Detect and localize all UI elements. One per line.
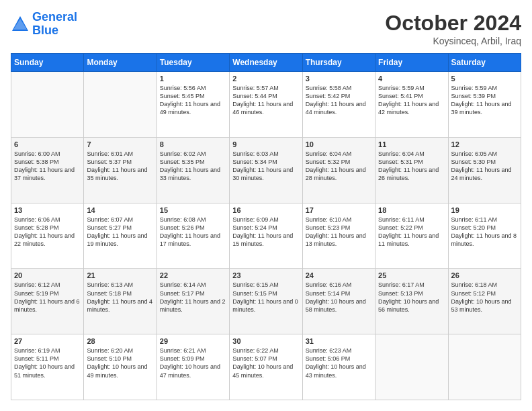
day-number: 15 (160, 206, 226, 214)
day-number: 30 (232, 337, 299, 345)
day-number: 28 (87, 337, 153, 345)
calendar-cell: 17Sunrise: 6:10 AM Sunset: 5:23 PM Dayli… (302, 203, 375, 269)
cell-content: Sunrise: 6:23 AM Sunset: 5:06 PM Dayligh… (306, 347, 372, 379)
cell-content: Sunrise: 6:04 AM Sunset: 5:31 PM Dayligh… (378, 150, 445, 183)
day-number: 27 (14, 337, 81, 345)
cell-content: Sunrise: 6:20 AM Sunset: 5:10 PM Dayligh… (87, 347, 153, 379)
cell-content: Sunrise: 6:10 AM Sunset: 5:23 PM Dayligh… (306, 216, 372, 248)
calendar-cell: 26Sunrise: 6:18 AM Sunset: 5:12 PM Dayli… (448, 269, 521, 334)
calendar-cell: 6Sunrise: 6:00 AM Sunset: 5:38 PM Daylig… (11, 137, 84, 203)
cell-content: Sunrise: 6:08 AM Sunset: 5:26 PM Dayligh… (160, 216, 226, 248)
logo-text: General Blue (32, 11, 77, 38)
cell-content: Sunrise: 6:15 AM Sunset: 5:15 PM Dayligh… (232, 281, 299, 314)
day-number: 31 (306, 337, 372, 345)
calendar-cell: 14Sunrise: 6:07 AM Sunset: 5:27 PM Dayli… (84, 203, 157, 269)
calendar-cell: 15Sunrise: 6:08 AM Sunset: 5:26 PM Dayli… (157, 203, 229, 269)
logo-icon (11, 15, 30, 34)
calendar-table: SundayMondayTuesdayWednesdayThursdayFrid… (11, 53, 521, 400)
logo-line1: General (32, 10, 77, 24)
calendar-cell: 9Sunrise: 6:03 AM Sunset: 5:34 PM Daylig… (230, 137, 302, 203)
calendar-week-row: 27Sunrise: 6:19 AM Sunset: 5:11 PM Dayli… (11, 334, 521, 400)
calendar-day-header: Friday (375, 54, 448, 72)
day-number: 25 (378, 271, 445, 279)
calendar-cell: 13Sunrise: 6:06 AM Sunset: 5:28 PM Dayli… (11, 203, 84, 269)
calendar-cell (84, 72, 157, 138)
calendar-cell: 8Sunrise: 6:02 AM Sunset: 5:35 PM Daylig… (157, 137, 229, 203)
logo-line2: Blue (32, 24, 58, 37)
calendar-day-header: Monday (84, 54, 157, 72)
cell-content: Sunrise: 6:09 AM Sunset: 5:24 PM Dayligh… (232, 216, 299, 248)
cell-content: Sunrise: 6:02 AM Sunset: 5:35 PM Dayligh… (160, 150, 226, 183)
calendar-day-header: Saturday (448, 54, 521, 72)
location: Koysinceq, Arbil, Iraq (385, 36, 521, 46)
day-number: 23 (232, 271, 299, 279)
cell-content: Sunrise: 6:04 AM Sunset: 5:32 PM Dayligh… (306, 150, 372, 183)
calendar-header-row: SundayMondayTuesdayWednesdayThursdayFrid… (11, 54, 521, 72)
cell-content: Sunrise: 6:22 AM Sunset: 5:07 PM Dayligh… (232, 347, 299, 379)
calendar-cell: 2Sunrise: 5:57 AM Sunset: 5:44 PM Daylig… (230, 72, 302, 138)
cell-content: Sunrise: 5:58 AM Sunset: 5:42 PM Dayligh… (306, 84, 372, 117)
cell-content: Sunrise: 6:00 AM Sunset: 5:38 PM Dayligh… (14, 150, 81, 183)
page: General Blue October 2024 Koysinceq, Arb… (0, 0, 532, 411)
day-number: 7 (87, 140, 153, 148)
day-number: 17 (306, 206, 372, 214)
day-number: 29 (160, 337, 226, 345)
day-number: 5 (451, 75, 518, 83)
cell-content: Sunrise: 6:07 AM Sunset: 5:27 PM Dayligh… (87, 216, 153, 248)
day-number: 13 (14, 206, 81, 214)
cell-content: Sunrise: 6:16 AM Sunset: 5:14 PM Dayligh… (306, 281, 372, 314)
cell-content: Sunrise: 5:59 AM Sunset: 5:41 PM Dayligh… (378, 84, 445, 117)
day-number: 14 (87, 206, 153, 214)
calendar-cell: 10Sunrise: 6:04 AM Sunset: 5:32 PM Dayli… (302, 137, 375, 203)
cell-content: Sunrise: 6:01 AM Sunset: 5:37 PM Dayligh… (87, 150, 153, 183)
calendar-cell: 20Sunrise: 6:12 AM Sunset: 5:19 PM Dayli… (11, 269, 84, 334)
calendar-week-row: 1Sunrise: 5:56 AM Sunset: 5:45 PM Daylig… (11, 72, 521, 138)
day-number: 1 (160, 75, 226, 83)
day-number: 3 (306, 75, 372, 83)
cell-content: Sunrise: 6:06 AM Sunset: 5:28 PM Dayligh… (14, 216, 81, 248)
calendar-cell: 11Sunrise: 6:04 AM Sunset: 5:31 PM Dayli… (375, 137, 448, 203)
calendar-cell: 1Sunrise: 5:56 AM Sunset: 5:45 PM Daylig… (157, 72, 229, 138)
calendar-cell: 12Sunrise: 6:05 AM Sunset: 5:30 PM Dayli… (448, 137, 521, 203)
calendar-day-header: Sunday (11, 54, 84, 72)
cell-content: Sunrise: 5:59 AM Sunset: 5:39 PM Dayligh… (451, 84, 518, 117)
cell-content: Sunrise: 6:17 AM Sunset: 5:13 PM Dayligh… (378, 281, 445, 314)
day-number: 21 (87, 271, 153, 279)
calendar-day-header: Tuesday (157, 54, 229, 72)
cell-content: Sunrise: 6:14 AM Sunset: 5:17 PM Dayligh… (160, 281, 226, 314)
cell-content: Sunrise: 6:12 AM Sunset: 5:19 PM Dayligh… (14, 281, 81, 314)
calendar-cell: 30Sunrise: 6:22 AM Sunset: 5:07 PM Dayli… (230, 334, 302, 400)
month-title: October 2024 (385, 11, 521, 36)
day-number: 11 (378, 140, 445, 148)
calendar-cell: 19Sunrise: 6:11 AM Sunset: 5:20 PM Dayli… (448, 203, 521, 269)
day-number: 6 (14, 140, 81, 148)
day-number: 2 (232, 75, 299, 83)
calendar-cell (11, 72, 84, 138)
logo: General Blue (11, 11, 77, 38)
cell-content: Sunrise: 6:13 AM Sunset: 5:18 PM Dayligh… (87, 281, 153, 314)
calendar-week-row: 6Sunrise: 6:00 AM Sunset: 5:38 PM Daylig… (11, 137, 521, 203)
calendar-cell: 29Sunrise: 6:21 AM Sunset: 5:09 PM Dayli… (157, 334, 229, 400)
calendar-cell: 23Sunrise: 6:15 AM Sunset: 5:15 PM Dayli… (230, 269, 302, 334)
calendar-cell: 4Sunrise: 5:59 AM Sunset: 5:41 PM Daylig… (375, 72, 448, 138)
calendar-cell: 3Sunrise: 5:58 AM Sunset: 5:42 PM Daylig… (302, 72, 375, 138)
calendar-week-row: 13Sunrise: 6:06 AM Sunset: 5:28 PM Dayli… (11, 203, 521, 269)
cell-content: Sunrise: 6:19 AM Sunset: 5:11 PM Dayligh… (14, 347, 81, 379)
cell-content: Sunrise: 6:18 AM Sunset: 5:12 PM Dayligh… (451, 281, 518, 314)
calendar-cell: 18Sunrise: 6:11 AM Sunset: 5:22 PM Dayli… (375, 203, 448, 269)
day-number: 22 (160, 271, 226, 279)
calendar-cell: 5Sunrise: 5:59 AM Sunset: 5:39 PM Daylig… (448, 72, 521, 138)
calendar-cell (375, 334, 448, 400)
calendar-cell: 21Sunrise: 6:13 AM Sunset: 5:18 PM Dayli… (84, 269, 157, 334)
cell-content: Sunrise: 6:11 AM Sunset: 5:22 PM Dayligh… (378, 216, 445, 248)
day-number: 26 (451, 271, 518, 279)
day-number: 20 (14, 271, 81, 279)
calendar-cell: 28Sunrise: 6:20 AM Sunset: 5:10 PM Dayli… (84, 334, 157, 400)
day-number: 12 (451, 140, 518, 148)
cell-content: Sunrise: 6:21 AM Sunset: 5:09 PM Dayligh… (160, 347, 226, 379)
calendar-week-row: 20Sunrise: 6:12 AM Sunset: 5:19 PM Dayli… (11, 269, 521, 334)
calendar-cell: 31Sunrise: 6:23 AM Sunset: 5:06 PM Dayli… (302, 334, 375, 400)
day-number: 8 (160, 140, 226, 148)
cell-content: Sunrise: 6:03 AM Sunset: 5:34 PM Dayligh… (232, 150, 299, 183)
day-number: 9 (232, 140, 299, 148)
